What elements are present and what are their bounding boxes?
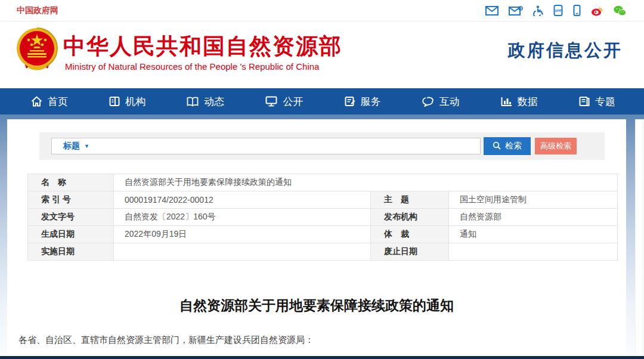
topbar-icon-group: APP [485, 5, 626, 16]
meta-label-subject: 主 题 [371, 191, 449, 209]
top-utility-bar: 中国政府网 APP [0, 0, 644, 21]
meta-value-docnumber: 自然资发〔2022〕160号 [114, 209, 371, 226]
mail-subscribe-icon[interactable] [509, 6, 523, 16]
meta-label-genre: 体 裁 [371, 226, 449, 243]
interaction-icon [422, 96, 434, 107]
meta-value-date: 2022年09月19日 [114, 226, 371, 243]
data-icon [501, 97, 512, 107]
footer-top-edge [0, 356, 644, 359]
main-navigation: 首页 机构 动态 公开 服务 互动 数据 专题 [0, 88, 644, 114]
service-icon [345, 96, 355, 107]
home-icon [31, 96, 42, 107]
disclosure-icon [265, 96, 277, 107]
meta-label-repeal: 废止日期 [371, 243, 449, 261]
nav-label: 数据 [518, 95, 538, 109]
nav-item-news[interactable]: 动态 [187, 95, 224, 109]
meta-value-repeal [449, 243, 618, 261]
meta-label-date: 生成日期 [28, 226, 114, 243]
document-meta-table: 名 称 自然资源部关于用地要素保障接续政策的通知 索 引 号 000019174… [27, 174, 618, 261]
meta-label-index: 索 引 号 [28, 191, 114, 209]
nav-item-topics[interactable]: 专题 [579, 95, 615, 109]
site-subtitle: Ministry of Natural Resources of the Peo… [65, 61, 319, 72]
meta-value-name: 自然资源部关于用地要素保障接续政策的通知 [114, 174, 618, 191]
advanced-search-button[interactable]: 高级检索 [535, 138, 577, 154]
nav-label: 服务 [361, 95, 381, 109]
topics-icon [579, 96, 590, 107]
meta-value-subject: 国土空间用途管制 [449, 191, 618, 209]
meta-label-effective: 实施日期 [28, 243, 114, 261]
search-icon [493, 141, 501, 151]
search-field-selector[interactable]: 标题 ▼ [63, 141, 89, 151]
meta-label-name: 名 称 [28, 174, 114, 191]
document-title: 自然资源部关于用地要素保障接续政策的通知 [7, 296, 626, 315]
national-emblem-icon [16, 27, 58, 78]
vertical-scrollbar[interactable] [635, 119, 644, 359]
table-row: 名 称 自然资源部关于用地要素保障接续政策的通知 [28, 174, 618, 191]
table-row: 实施日期 废止日期 [28, 243, 618, 261]
mail-icon[interactable] [485, 6, 499, 16]
news-icon [187, 97, 199, 107]
nav-item-home[interactable]: 首页 [31, 95, 68, 109]
nav-label: 专题 [595, 95, 615, 109]
nav-item-disclosure[interactable]: 公开 [265, 95, 303, 109]
nav-label: 首页 [48, 95, 68, 109]
site-header: 中华人民共和国自然资源部 Ministry of Natural Resourc… [0, 22, 644, 88]
meta-value-genre: 通知 [449, 226, 618, 243]
nav-item-organization[interactable]: 机构 [109, 95, 145, 109]
gov-portal-link[interactable]: 中国政府网 [17, 5, 58, 16]
app-icon[interactable]: APP [553, 5, 563, 16]
nav-item-data[interactable]: 数据 [501, 95, 538, 109]
svg-text:APP: APP [555, 9, 562, 13]
nav-item-service[interactable]: 服务 [345, 95, 381, 109]
section-title: 政府信息公开 [508, 39, 623, 63]
nav-label: 动态 [204, 95, 224, 109]
nav-label: 公开 [283, 95, 303, 109]
table-row: 生成日期 2022年09月19日 体 裁 通知 [28, 226, 618, 243]
accessibility-icon[interactable] [533, 5, 543, 16]
chevron-down-icon: ▼ [84, 143, 89, 149]
mobile-icon[interactable] [573, 5, 581, 16]
nav-label: 互动 [439, 95, 460, 109]
table-row: 索 引 号 000019174/2022-00012 主 题 国土空间用途管制 [28, 191, 618, 209]
search-button-label: 检索 [505, 141, 522, 151]
wechat-icon[interactable] [614, 5, 626, 16]
nav-label: 机构 [125, 95, 145, 109]
meta-value-effective [114, 243, 371, 261]
document-body: 各省、自治区、直辖市自然资源主管部门，新疆生产建设兵团自然资源局： 为贯彻党中央… [18, 333, 613, 359]
search-band: 标题 ▼ 检索 高级检索 [39, 132, 605, 160]
meta-value-agency: 自然资源部 [449, 209, 618, 226]
site-logo-link[interactable] [16, 27, 58, 78]
search-button[interactable]: 检索 [484, 137, 531, 155]
table-row: 发文字号 自然资发〔2022〕160号 发布机构 自然资源部 [28, 209, 618, 226]
nav-item-interaction[interactable]: 互动 [422, 95, 460, 109]
page-background: 标题 ▼ 检索 高级检索 名 称 自然资源部关于用地要素保障接续政策的通知 索 … [0, 114, 644, 359]
meta-label-agency: 发布机构 [371, 209, 449, 226]
field-selector-value: 标题 [63, 141, 80, 151]
document-salutation: 各省、自治区、直辖市自然资源主管部门，新疆生产建设兵团自然资源局： [18, 333, 613, 346]
content-card: 标题 ▼ 检索 高级检索 名 称 自然资源部关于用地要素保障接续政策的通知 索 … [7, 119, 626, 359]
organization-icon [109, 96, 120, 107]
search-input[interactable]: 标题 ▼ [51, 138, 481, 154]
meta-label-docnumber: 发文字号 [28, 209, 114, 226]
weibo-icon[interactable] [591, 5, 603, 16]
meta-value-index: 000019174/2022-00012 [114, 191, 371, 209]
site-title: 中华人民共和国自然资源部 [63, 32, 342, 61]
